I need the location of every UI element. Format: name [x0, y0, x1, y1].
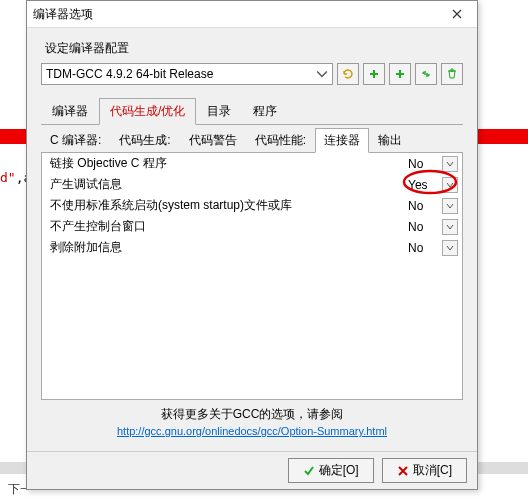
link-button[interactable] [415, 63, 437, 85]
subtab-c-compiler[interactable]: C 编译器: [41, 128, 110, 153]
ok-button[interactable]: 确定[O] [288, 458, 374, 483]
subtab-output[interactable]: 输出 [369, 128, 411, 153]
option-value: No [408, 241, 438, 255]
option-value: Yes [408, 178, 438, 192]
titlebar: 编译器选项 [27, 1, 477, 28]
options-panel: 链接 Objective C 程序 No 产生调试信息 Yes 不使用标准系统启… [41, 153, 463, 400]
option-dropdown[interactable] [442, 198, 458, 214]
tab-directories[interactable]: 目录 [196, 98, 242, 125]
tab-codegen[interactable]: 代码生成/优化 [99, 98, 196, 125]
option-label: 产生调试信息 [50, 176, 408, 193]
cancel-button-label: 取消[C] [413, 462, 452, 479]
cancel-button[interactable]: 取消[C] [382, 458, 467, 483]
close-button[interactable] [443, 5, 471, 23]
close-icon [452, 9, 462, 19]
check-icon [303, 465, 315, 477]
compiler-row: TDM-GCC 4.9.2 64-bit Release [41, 63, 463, 85]
option-value: No [408, 157, 438, 171]
delete-button[interactable] [441, 63, 463, 85]
link-icon [420, 68, 432, 80]
add-button[interactable] [363, 63, 385, 85]
subtab-perf[interactable]: 代码性能: [246, 128, 315, 153]
option-row: 不使用标准系统启动(system startup)文件或库 No [42, 195, 462, 216]
option-dropdown[interactable] [442, 177, 458, 193]
plus-icon [394, 68, 406, 80]
ok-button-label: 确定[O] [319, 462, 359, 479]
tab-programs[interactable]: 程序 [242, 98, 288, 125]
subtab-linker[interactable]: 连接器 [315, 128, 369, 153]
config-label: 设定编译器配置 [45, 40, 463, 57]
option-row: 剥除附加信息 No [42, 237, 462, 258]
option-row: 不产生控制台窗口 No [42, 216, 462, 237]
subtab-codegen[interactable]: 代码生成: [110, 128, 179, 153]
refresh-icon [342, 68, 354, 80]
footer-link[interactable]: http://gcc.gnu.org/onlinedocs/gcc/Option… [41, 425, 463, 437]
button-row: 确定[O] 取消[C] [27, 451, 477, 489]
sub-tabs: C 编译器: 代码生成: 代码警告 代码性能: 连接器 输出 [41, 127, 463, 153]
chevron-down-icon [446, 223, 454, 231]
footer-text: 获得更多关于GCC的选项，请参阅 [41, 406, 463, 423]
refresh-button[interactable] [337, 63, 359, 85]
chevron-down-icon [446, 160, 454, 168]
tab-compiler[interactable]: 编译器 [41, 98, 99, 125]
compiler-select[interactable]: TDM-GCC 4.9.2 64-bit Release [41, 63, 333, 85]
option-label: 不产生控制台窗口 [50, 218, 408, 235]
chevron-down-icon [446, 202, 454, 210]
option-value: No [408, 199, 438, 213]
main-tabs: 编译器 代码生成/优化 目录 程序 [41, 97, 463, 125]
compiler-select-value: TDM-GCC 4.9.2 64-bit Release [46, 67, 213, 81]
subtab-warnings[interactable]: 代码警告 [180, 128, 246, 153]
chevron-down-icon [316, 68, 328, 80]
option-value: No [408, 220, 438, 234]
chevron-down-icon [446, 244, 454, 252]
trash-icon [446, 68, 458, 80]
option-label: 剥除附加信息 [50, 239, 408, 256]
chevron-down-icon [446, 181, 454, 189]
dialog-title: 编译器选项 [33, 6, 443, 23]
option-label: 不使用标准系统启动(system startup)文件或库 [50, 197, 408, 214]
option-row: 链接 Objective C 程序 No [42, 153, 462, 174]
option-dropdown[interactable] [442, 240, 458, 256]
compiler-options-dialog: 编译器选项 设定编译器配置 TDM-GCC 4.9.2 64-bit Relea… [26, 0, 478, 490]
option-dropdown[interactable] [442, 156, 458, 172]
option-row: 产生调试信息 Yes [42, 174, 462, 195]
add-folder-button[interactable] [389, 63, 411, 85]
option-dropdown[interactable] [442, 219, 458, 235]
option-label: 链接 Objective C 程序 [50, 155, 408, 172]
dialog-content: 设定编译器配置 TDM-GCC 4.9.2 64-bit Release 编译器… [27, 28, 477, 451]
x-icon [397, 465, 409, 477]
plus-icon [368, 68, 380, 80]
